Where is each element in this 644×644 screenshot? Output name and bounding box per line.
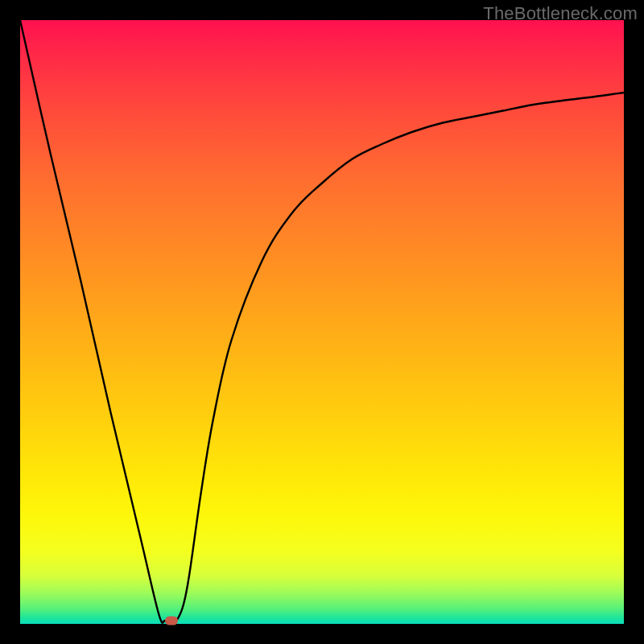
bottleneck-curve bbox=[20, 20, 624, 624]
attribution-label: TheBottleneck.com bbox=[483, 3, 638, 24]
chart-stage: TheBottleneck.com bbox=[0, 0, 644, 644]
plot-area bbox=[20, 20, 624, 624]
optimal-point-marker bbox=[165, 617, 178, 625]
